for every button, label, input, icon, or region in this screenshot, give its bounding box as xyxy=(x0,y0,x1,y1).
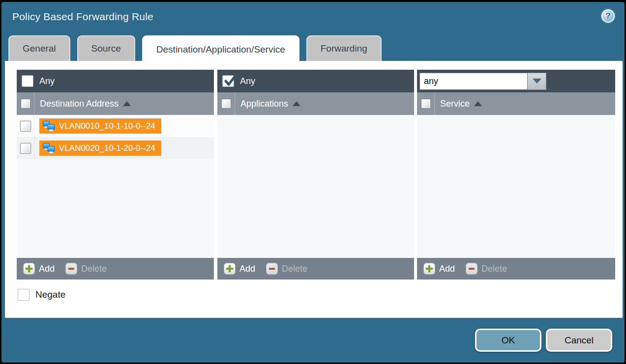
applications-any-label: Any xyxy=(240,76,255,86)
add-plus-icon xyxy=(423,263,435,275)
destination-delete-button[interactable]: Delete xyxy=(65,263,107,275)
tab-bar: General Source Destination/Application/S… xyxy=(8,35,382,61)
delete-minus-icon xyxy=(266,263,278,275)
applications-footer: Add Delete xyxy=(217,258,414,280)
destination-column-header: Destination Address xyxy=(17,92,214,115)
add-plus-icon xyxy=(23,263,35,275)
destination-column-label[interactable]: Destination Address xyxy=(40,99,119,109)
service-dropdown-button[interactable] xyxy=(528,73,546,90)
tab-content: Any Destination Address xyxy=(5,61,623,318)
destination-address-list: VLAN0010_10-1-10-0--24 VLAN0020_10-1-20-… xyxy=(17,115,214,258)
sort-ascending-icon[interactable] xyxy=(474,101,482,106)
service-select-all-checkbox[interactable] xyxy=(421,99,431,109)
applications-list xyxy=(217,115,414,258)
address-object-chip[interactable]: VLAN0010_10-1-10-0--24 xyxy=(39,118,161,134)
applications-column-label[interactable]: Applications xyxy=(240,99,288,109)
tab-destination-application-service[interactable]: Destination/Application/Service xyxy=(142,35,299,63)
row-checkbox[interactable] xyxy=(20,121,31,132)
service-panel: any Service Add xyxy=(417,70,615,280)
tab-forwarding[interactable]: Forwarding xyxy=(306,35,382,61)
delete-minus-icon xyxy=(65,263,77,275)
help-icon[interactable]: ? xyxy=(601,9,615,23)
policy-based-forwarding-dialog: Policy Based Forwarding Rule ? General S… xyxy=(1,2,625,363)
table-row[interactable]: VLAN0010_10-1-10-0--24 xyxy=(17,115,214,137)
negate-label: Negate xyxy=(35,289,65,300)
delete-minus-icon xyxy=(466,263,477,275)
check-icon xyxy=(223,74,237,88)
sort-ascending-icon[interactable] xyxy=(123,101,131,106)
applications-panel: Any Applications Add D xyxy=(217,70,414,280)
applications-any-checkbox[interactable] xyxy=(222,75,234,87)
chevron-down-icon xyxy=(533,79,541,84)
destination-any-checkbox[interactable] xyxy=(22,75,33,87)
address-object-icon xyxy=(42,142,56,154)
sort-ascending-icon[interactable] xyxy=(293,101,300,106)
applications-add-button[interactable]: Add xyxy=(224,263,255,275)
service-list xyxy=(417,115,615,258)
applications-column-header: Applications xyxy=(217,92,414,115)
applications-delete-button[interactable]: Delete xyxy=(266,263,307,275)
tab-source[interactable]: Source xyxy=(77,35,135,61)
destination-footer: Add Delete xyxy=(17,258,214,280)
applications-any-bar: Any xyxy=(217,70,414,92)
destination-address-panel: Any Destination Address xyxy=(17,70,214,280)
destination-add-button[interactable]: Add xyxy=(23,263,55,275)
address-object-chip[interactable]: VLAN0020_10-1-20-0--24 xyxy=(39,140,161,156)
destination-any-bar: Any xyxy=(17,70,214,92)
service-add-button[interactable]: Add xyxy=(423,263,455,275)
service-dropdown[interactable]: any xyxy=(419,73,546,90)
tab-general[interactable]: General xyxy=(8,35,70,61)
service-footer: Add Delete xyxy=(417,258,615,280)
negate-checkbox[interactable] xyxy=(18,289,30,301)
address-object-label: VLAN0020_10-1-20-0--24 xyxy=(59,143,155,153)
address-object-icon xyxy=(42,120,56,132)
applications-select-all-checkbox[interactable] xyxy=(221,99,231,109)
destination-any-label: Any xyxy=(39,76,55,86)
table-row[interactable]: VLAN0020_10-1-20-0--24 xyxy=(17,137,214,159)
row-checkbox[interactable] xyxy=(20,143,31,154)
address-object-label: VLAN0010_10-1-10-0--24 xyxy=(59,121,155,131)
add-plus-icon xyxy=(224,263,236,275)
dialog-title: Policy Based Forwarding Rule xyxy=(12,11,153,23)
service-column-label[interactable]: Service xyxy=(440,99,470,109)
service-dropdown-value[interactable]: any xyxy=(419,73,528,90)
service-delete-button[interactable]: Delete xyxy=(466,263,507,275)
destination-select-all-checkbox[interactable] xyxy=(21,99,30,109)
negate-option: Negate xyxy=(18,289,65,301)
cancel-button[interactable]: Cancel xyxy=(546,329,612,352)
ok-button[interactable]: OK xyxy=(475,329,541,352)
service-dropdown-bar: any xyxy=(417,70,615,92)
service-column-header: Service xyxy=(417,92,615,115)
